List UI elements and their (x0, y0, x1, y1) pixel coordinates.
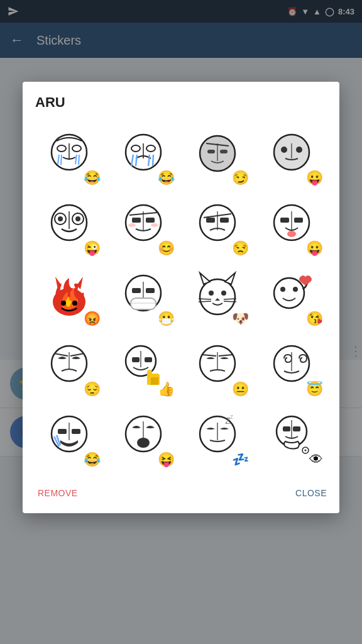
svg-point-57 (200, 279, 235, 314)
sticker-item[interactable]: 😐 (184, 332, 251, 400)
sticker-sub-emoji: 😇 (306, 381, 323, 397)
sticker-item[interactable]: Z z 💤 (184, 402, 251, 470)
svg-line-5 (61, 155, 62, 165)
sticker-item[interactable]: 😒 (184, 191, 251, 259)
svg-rect-18 (220, 150, 228, 153)
dialog-title: ARU (35, 94, 329, 111)
svg-point-60 (209, 291, 214, 296)
svg-point-23 (296, 147, 302, 153)
sticker-sub-emoji: 😔 (84, 381, 101, 397)
sticker-sub-emoji: 😷 (158, 311, 175, 327)
svg-point-22 (281, 147, 287, 153)
svg-point-36 (128, 223, 136, 227)
svg-rect-81 (151, 377, 153, 385)
svg-line-63 (199, 299, 211, 299)
sticker-item[interactable]: 😘 (258, 262, 326, 330)
svg-rect-75 (132, 357, 140, 362)
sticker-dialog: ARU 😂 (23, 82, 339, 513)
sticker-sub-emoji: 😜 (84, 240, 101, 257)
sticker-sub-emoji: 😂 (84, 170, 101, 186)
remove-button[interactable]: REMOVE (35, 483, 80, 503)
sticker-sub-emoji: 😛 (306, 170, 323, 186)
sticker-sub-emoji: 💤 (232, 452, 249, 468)
sticker-item[interactable]: 😂 (109, 121, 177, 189)
svg-point-47 (287, 231, 296, 237)
svg-rect-52 (132, 288, 141, 293)
svg-rect-53 (146, 288, 155, 293)
svg-point-67 (274, 278, 304, 308)
sticker-sub-emoji: 😂 (84, 452, 101, 468)
sticker-sub-emoji: 😛 (306, 240, 323, 257)
sticker-sub-emoji: 👁 (309, 452, 323, 468)
sticker-item[interactable]: 🐶 (184, 262, 251, 330)
sticker-sub-emoji: 😒 (232, 240, 249, 257)
svg-rect-104 (283, 426, 290, 431)
svg-rect-105 (293, 426, 300, 431)
sticker-item[interactable]: 😔 (35, 332, 103, 400)
sticker-sub-emoji: 😐 (232, 381, 249, 397)
svg-rect-76 (145, 357, 152, 362)
svg-marker-59 (225, 273, 235, 284)
svg-rect-39 (206, 218, 215, 223)
sticker-item[interactable]: 👍 (109, 332, 177, 400)
svg-rect-44 (280, 218, 289, 223)
svg-line-65 (224, 299, 236, 299)
sticker-sub-emoji: 😡 (84, 311, 101, 327)
svg-rect-32 (132, 218, 141, 223)
svg-line-66 (224, 301, 236, 302)
svg-rect-55 (131, 298, 156, 309)
svg-point-49 (61, 301, 66, 306)
sticker-sub-emoji: 👍 (158, 381, 175, 397)
sticker-sub-emoji: 😘 (306, 311, 323, 327)
svg-rect-40 (220, 218, 229, 223)
sticker-item[interactable]: 😏 (184, 121, 251, 189)
svg-rect-82 (153, 377, 156, 385)
svg-point-108 (305, 450, 307, 452)
svg-marker-58 (200, 273, 210, 284)
sticker-item[interactable]: 😂 (35, 121, 103, 189)
sticker-item[interactable]: 👁 (258, 402, 326, 470)
svg-rect-45 (294, 218, 303, 223)
svg-line-64 (199, 301, 211, 302)
svg-point-50 (72, 301, 77, 306)
sticker-item[interactable]: 😝 (109, 402, 177, 470)
sticker-sub-emoji: 😂 (158, 170, 175, 186)
svg-rect-33 (146, 218, 155, 223)
svg-line-15 (153, 155, 153, 166)
svg-rect-92 (72, 429, 80, 434)
sticker-item[interactable]: 😛 (258, 191, 326, 259)
sticker-item[interactable]: 😂 (35, 402, 103, 470)
svg-point-68 (280, 287, 285, 292)
svg-point-28 (58, 216, 63, 221)
sticker-grid: 😂 😂 (35, 121, 329, 470)
svg-point-98 (137, 438, 150, 448)
sticker-item[interactable]: 😜 (35, 191, 103, 259)
svg-rect-91 (58, 429, 67, 434)
svg-point-29 (75, 216, 80, 221)
sticker-item[interactable]: 😡 (35, 262, 103, 330)
sticker-sub-emoji: 😝 (158, 452, 175, 468)
sticker-item[interactable]: 😊 (109, 191, 177, 259)
sticker-sub-emoji: 😏 (232, 170, 249, 186)
svg-line-7 (79, 155, 79, 165)
svg-point-61 (221, 291, 226, 296)
dialog-actions: REMOVE CLOSE (35, 480, 329, 503)
svg-rect-17 (207, 150, 215, 153)
svg-text:z: z (230, 413, 233, 420)
sticker-item[interactable]: 😛 (258, 121, 326, 189)
sticker-sub-emoji: 🐶 (232, 311, 249, 327)
sticker-item[interactable]: 😇 (258, 332, 326, 400)
svg-point-37 (151, 223, 158, 227)
sticker-sub-emoji: 😊 (158, 240, 175, 257)
svg-point-69 (293, 287, 298, 292)
sticker-item[interactable]: 😷 (109, 262, 177, 330)
close-button[interactable]: CLOSE (293, 483, 329, 503)
